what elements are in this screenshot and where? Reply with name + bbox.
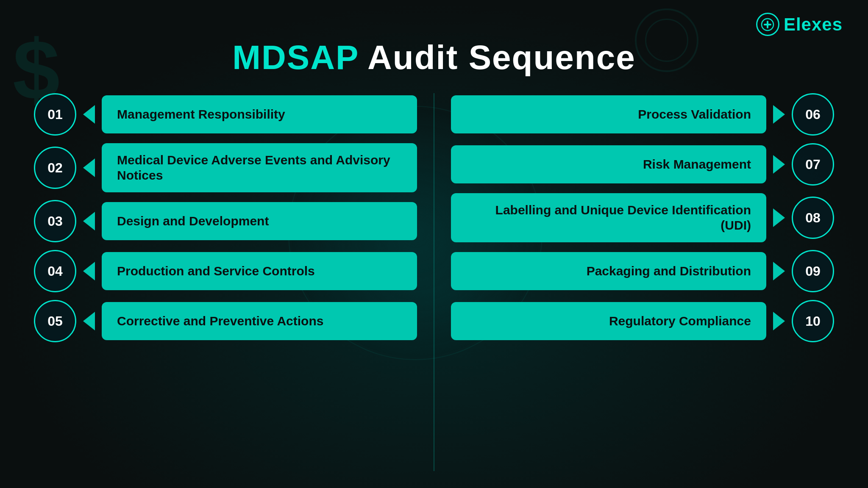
- list-item: 05 Corrective and Preventive Actions: [34, 300, 417, 342]
- item-label-06: Process Validation: [638, 107, 751, 122]
- item-bar-10: Regulatory Compliance: [451, 302, 766, 340]
- item-bar-04: Production and Service Controls: [102, 252, 417, 290]
- logo-text: Elexes: [784, 14, 843, 35]
- left-column: 01 Management Responsibility 02 Medical …: [34, 93, 434, 471]
- item-label-04: Production and Service Controls: [117, 263, 315, 279]
- main-content: 01 Management Responsibility 02 Medical …: [34, 93, 834, 471]
- number-badge-08: 08: [792, 197, 834, 239]
- item-label-01: Management Responsibility: [117, 107, 285, 122]
- item-bar-08: Labelling and Unique Device Identificati…: [451, 193, 766, 242]
- list-item: 06 Process Validation: [451, 93, 834, 136]
- item-label-10: Regulatory Compliance: [609, 313, 751, 329]
- page-title: MDSAP Audit Sequence: [0, 38, 868, 77]
- chevron-right-icon: [773, 262, 785, 280]
- logo: Elexes: [756, 13, 843, 36]
- chevron-right-icon: [773, 208, 785, 227]
- item-label-07: Risk Management: [643, 157, 751, 172]
- number-badge-01: 01: [34, 93, 76, 136]
- item-label-02: Medical Device Adverse Events and Adviso…: [117, 152, 402, 183]
- title-container: MDSAP Audit Sequence: [0, 38, 868, 77]
- item-bar-01: Management Responsibility: [102, 95, 417, 133]
- title-accent: MDSAP: [232, 39, 358, 76]
- number-badge-04: 04: [34, 250, 76, 292]
- item-bar-09: Packaging and Distribution: [451, 252, 766, 290]
- chevron-left-icon: [83, 158, 95, 177]
- chevron-right-icon: [773, 155, 785, 174]
- svg-rect-2: [764, 24, 771, 25]
- list-item: 03 Design and Development: [34, 200, 417, 242]
- right-column: 06 Process Validation 07 Risk Management…: [434, 93, 834, 471]
- list-item: 09 Packaging and Distribution: [451, 250, 834, 292]
- chevron-left-icon: [83, 105, 95, 124]
- number-badge-09: 09: [792, 250, 834, 292]
- chevron-right-icon: [773, 105, 785, 124]
- title-rest: Audit Sequence: [359, 39, 636, 76]
- item-bar-05: Corrective and Preventive Actions: [102, 302, 417, 340]
- item-bar-03: Design and Development: [102, 202, 417, 240]
- list-item: 02 Medical Device Adverse Events and Adv…: [34, 143, 417, 192]
- number-badge-07: 07: [792, 143, 834, 186]
- logo-icon: [756, 13, 779, 36]
- list-item: 01 Management Responsibility: [34, 93, 417, 136]
- item-bar-06: Process Validation: [451, 95, 766, 133]
- chevron-right-icon: [773, 312, 785, 330]
- item-label-09: Packaging and Distribution: [587, 263, 751, 279]
- chevron-left-icon: [83, 312, 95, 330]
- chevron-left-icon: [83, 212, 95, 230]
- number-badge-03: 03: [34, 200, 76, 242]
- number-badge-02: 02: [34, 147, 76, 189]
- list-item: 08 Labelling and Unique Device Identific…: [451, 193, 834, 242]
- list-item: 04 Production and Service Controls: [34, 250, 417, 292]
- item-bar-02: Medical Device Adverse Events and Adviso…: [102, 143, 417, 192]
- number-badge-06: 06: [792, 93, 834, 136]
- list-item: 10 Regulatory Compliance: [451, 300, 834, 342]
- item-label-08: Labelling and Unique Device Identificati…: [466, 202, 751, 233]
- item-bar-07: Risk Management: [451, 145, 766, 183]
- item-label-03: Design and Development: [117, 214, 269, 229]
- list-item: 07 Risk Management: [451, 143, 834, 186]
- number-badge-05: 05: [34, 300, 76, 342]
- number-badge-10: 10: [792, 300, 834, 342]
- item-label-05: Corrective and Preventive Actions: [117, 313, 323, 329]
- chevron-left-icon: [83, 262, 95, 280]
